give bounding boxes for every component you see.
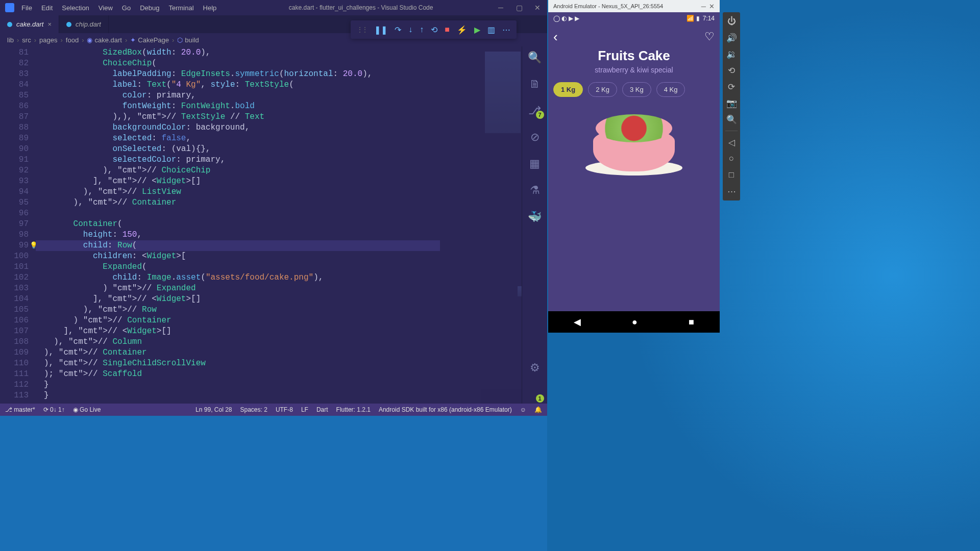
crumb[interactable]: cake.dart [94, 36, 121, 44]
nav-back-icon[interactable]: ◀ [574, 316, 581, 328]
crumb[interactable]: lib [7, 36, 14, 44]
flutter-version[interactable]: Flutter: 1.2.1 [336, 406, 371, 413]
continue-icon[interactable]: ▶ [474, 25, 480, 35]
status-icons-right: 📶 ▮ 7:14 [687, 15, 715, 22]
hot-reload-icon[interactable]: ⚡ [457, 25, 467, 35]
emulator-minimize-icon[interactable]: ─ [701, 3, 706, 10]
more-icon[interactable]: ⋯ [502, 25, 510, 35]
dart-file-icon [7, 22, 12, 27]
minimap[interactable] [481, 46, 522, 404]
step-into-icon[interactable]: ↓ [408, 25, 412, 34]
docker-icon[interactable]: 🐳 [529, 211, 541, 223]
heart-icon[interactable]: ♡ [704, 30, 715, 43]
chip-1kg[interactable]: 1 Kg [553, 82, 583, 97]
vscode-window: File Edit Selection View Go Debug Termin… [0, 0, 547, 416]
close-button[interactable]: ✕ [533, 4, 542, 12]
more-controls-icon[interactable]: ⋯ [726, 186, 737, 196]
titlebar: File Edit Selection View Go Debug Termin… [0, 0, 547, 15]
tab-cake[interactable]: cake.dart × [0, 15, 59, 33]
zoom-icon[interactable]: 🔍 [726, 114, 737, 124]
debug-icon[interactable]: ⊘ [529, 131, 541, 143]
encoding-indicator[interactable]: UTF-8 [276, 406, 293, 413]
nav-back-icon[interactable]: ◁ [726, 137, 737, 147]
source-control-icon[interactable]: ⎇ [529, 105, 541, 117]
emulator-close-icon[interactable]: ✕ [709, 3, 715, 10]
volume-up-icon[interactable]: 🔊 [726, 33, 737, 43]
indent-indicator[interactable]: Spaces: 2 [240, 406, 267, 413]
window-title: cake.dart - flutter_ui_challenges - Visu… [226, 4, 496, 11]
crumb[interactable]: CakePage [138, 36, 169, 44]
nav-home-icon[interactable]: ● [632, 317, 638, 328]
status-bar: ⎇ master* ⟳ 0↓ 1↑ ◉ Go Live Ln 99, Col 2… [0, 404, 547, 416]
emulator-controls: ⏻ 🔊 🔉 ⟲ ⟳ 📷 🔍 ◁ ○ □ ⋯ [723, 12, 740, 201]
product-subtitle: strawberry & kiwi special [553, 66, 715, 74]
bell-icon[interactable]: 🔔 [534, 406, 542, 413]
nav-recent-icon[interactable]: ■ [689, 317, 694, 328]
volume-down-icon[interactable]: 🔉 [726, 49, 737, 59]
chip-4kg[interactable]: 4 Kg [656, 82, 685, 97]
vscode-logo-icon [5, 3, 14, 12]
power-icon[interactable]: ⏻ [726, 16, 737, 27]
restart-icon[interactable]: ⟲ [431, 25, 437, 35]
minimize-button[interactable]: ─ [496, 4, 505, 12]
eol-indicator[interactable]: LF [301, 406, 308, 413]
menu-selection[interactable]: Selection [62, 4, 89, 12]
emulator-titlebar[interactable]: Android Emulator - Nexus_5X_API_26:5554 … [548, 0, 720, 12]
rotate-right-icon[interactable]: ⟳ [726, 82, 737, 92]
rotate-left-icon[interactable]: ⟲ [726, 65, 737, 76]
sync-indicator[interactable]: ⟳ 0↓ 1↑ [43, 406, 65, 413]
menu-help[interactable]: Help [203, 4, 217, 12]
tab-chip[interactable]: chip.dart [59, 15, 109, 33]
weight-chips: 1 Kg 2 Kg 3 Kg 4 Kg [553, 82, 715, 97]
tab-close-icon[interactable]: × [47, 20, 52, 28]
crumb[interactable]: food [66, 36, 79, 44]
files-icon[interactable]: 🗎 [529, 78, 541, 90]
layout-icon[interactable]: ▥ [487, 25, 495, 35]
android-nav-bar: ◀ ● ■ [548, 311, 720, 333]
notification-badge-icon[interactable] [529, 388, 541, 400]
settings-gear-icon[interactable]: ⚙ [529, 362, 541, 374]
tab-label: cake.dart [16, 20, 43, 28]
code-area[interactable]: SizedBox(width: 20.0), ChoiceChip( label… [36, 46, 481, 404]
go-live-button[interactable]: ◉ Go Live [73, 406, 101, 413]
menu-file[interactable]: File [21, 4, 32, 12]
desktop-background: Android Emulator - Nexus_5X_API_26:5554 … [547, 0, 980, 551]
branch-indicator[interactable]: ⎇ master* [5, 406, 35, 413]
crumb[interactable]: build [185, 36, 199, 44]
menu-debug[interactable]: Debug [140, 4, 159, 12]
chip-3kg[interactable]: 3 Kg [622, 82, 651, 97]
status-icons-left: ◯ ◐ ▶ ▶ [553, 15, 579, 22]
crumb[interactable]: src [22, 36, 31, 44]
crumb[interactable]: pages [39, 36, 57, 44]
step-over-icon[interactable]: ↷ [395, 25, 401, 35]
stop-icon[interactable]: ■ [445, 25, 450, 34]
chip-2kg[interactable]: 2 Kg [588, 82, 617, 97]
language-indicator[interactable]: Dart [316, 406, 328, 413]
tab-label: chip.dart [76, 20, 101, 28]
menu-go[interactable]: Go [122, 4, 131, 12]
dart-file-icon [66, 22, 71, 27]
back-icon[interactable]: ‹ [553, 29, 558, 45]
editor: 81828384858687888990919293949596979899💡1… [0, 46, 547, 404]
pause-icon[interactable]: ❚❚ [374, 25, 387, 35]
nav-overview-icon[interactable]: □ [726, 170, 737, 180]
step-out-icon[interactable]: ↑ [420, 25, 424, 34]
device-indicator[interactable]: Android SDK built for x86 (android-x86 E… [379, 406, 512, 413]
menu-terminal[interactable]: Terminal [168, 4, 193, 12]
camera-icon[interactable]: 📷 [726, 98, 737, 108]
debug-toolbar[interactable]: ⋮⋮ ❚❚ ↷ ↓ ↑ ⟲ ■ ⚡ ▶ ▥ ⋯ [351, 20, 517, 39]
menu-edit[interactable]: Edit [41, 4, 53, 12]
nav-home-icon[interactable]: ○ [726, 154, 737, 164]
line-gutter: 81828384858687888990919293949596979899💡1… [0, 46, 36, 404]
cursor-position[interactable]: Ln 99, Col 28 [195, 406, 232, 413]
flask-icon[interactable]: ⚗ [529, 184, 541, 196]
drag-handle-icon[interactable]: ⋮⋮ [357, 26, 367, 33]
search-icon[interactable]: 🔍 [529, 52, 541, 64]
menu-view[interactable]: View [99, 4, 113, 12]
product-title: Fruits Cake [553, 48, 715, 64]
app-screen[interactable]: ‹ ♡ Fruits Cake strawberry & kiwi specia… [548, 24, 720, 311]
emulator-title: Android Emulator - Nexus_5X_API_26:5554 [553, 3, 663, 9]
maximize-button[interactable]: ▢ [514, 4, 524, 12]
extensions-icon[interactable]: ▦ [529, 158, 541, 170]
feedback-icon[interactable]: ☺ [520, 406, 526, 413]
